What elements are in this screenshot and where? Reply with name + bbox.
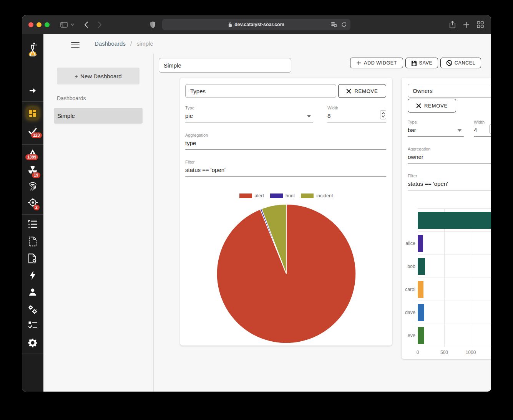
breadcrumb-current-page: simple	[136, 40, 153, 47]
new-dashboard-label: New Dashboard	[80, 73, 122, 79]
bar	[418, 281, 423, 298]
field-label: Filter	[185, 160, 386, 165]
svg-text:A: A	[332, 23, 334, 25]
dashboards-panel: +New Dashboard Dashboards Simple	[43, 54, 154, 392]
widget-filter-input[interactable]: Filter status == 'open'	[185, 160, 386, 177]
forward-button[interactable]	[98, 21, 102, 28]
new-dashboard-button[interactable]: +New Dashboard	[57, 68, 139, 84]
tab-overview-icon[interactable]	[477, 21, 484, 28]
field-value: type	[185, 139, 386, 147]
number-stepper-icon[interactable]	[380, 110, 386, 119]
widget-width-input[interactable]: Width 4	[474, 120, 491, 137]
sidebar-item-alerts[interactable]: 1399	[22, 149, 43, 158]
dashboards-icon	[26, 107, 39, 120]
x-tick-label: 0	[417, 350, 419, 355]
sidebar-item-settings[interactable]	[22, 337, 43, 348]
share-page-icon[interactable]	[449, 21, 456, 29]
pie-legend: alerthuntincident	[180, 193, 392, 198]
minimize-window-button[interactable]	[37, 22, 42, 27]
bar-row-carol: carol	[418, 278, 491, 301]
widget-aggregation-input[interactable]: Aggregation type	[185, 133, 386, 150]
menu-toggle-icon[interactable]	[71, 41, 80, 49]
field-value: status == 'open'	[408, 180, 491, 188]
chevron-down-icon[interactable]	[71, 23, 74, 26]
legend-item-incident: incident	[301, 193, 333, 198]
field-value: owner	[408, 153, 491, 161]
hunts-badge: 19	[32, 172, 40, 178]
sidebar-item-rules[interactable]	[22, 321, 43, 329]
plus-icon	[356, 60, 362, 66]
remove-widget-button[interactable]: REMOVE	[408, 99, 456, 112]
bar-category-label	[399, 209, 415, 231]
bar-row-alice: alice	[418, 232, 491, 255]
sidebar-item-users[interactable]	[22, 288, 43, 297]
sidebar-item-targets[interactable]: 2	[22, 197, 43, 208]
browser-toolbar: dev.catalyst-soar.com A★	[22, 15, 491, 34]
legend-item-hunt: hunt	[270, 193, 295, 198]
legend-item-alert: alert	[239, 193, 264, 198]
dashboard-title-input[interactable]	[159, 58, 291, 73]
bar-category-label: bob	[399, 255, 415, 278]
bar-category-label: eve	[399, 324, 415, 347]
avatar[interactable]	[491, 38, 491, 51]
breadcrumb-separator: /	[130, 40, 132, 47]
dashboard-list-item-simple[interactable]: Simple	[54, 108, 143, 124]
remove-widget-button[interactable]: REMOVE	[338, 84, 386, 98]
legend-swatch	[239, 193, 252, 198]
sidebar-item-fingerprint[interactable]	[22, 181, 43, 191]
translate-icon[interactable]: A★	[331, 22, 337, 27]
widget-filter-input[interactable]: Filter status == 'open'	[408, 174, 491, 190]
bar	[418, 258, 425, 275]
sidebar-item-automations[interactable]	[22, 270, 43, 280]
svg-text:★: ★	[334, 24, 337, 26]
legend-swatch	[301, 193, 314, 198]
remove-label: REMOVE	[424, 103, 448, 109]
back-button[interactable]	[84, 21, 88, 28]
add-widget-button[interactable]: ADD WIDGET	[350, 58, 403, 68]
breadcrumb-dashboards[interactable]: Dashboards	[95, 40, 126, 47]
close-window-button[interactable]	[28, 22, 33, 27]
catalyst-logo-flask-icon[interactable]	[22, 42, 43, 57]
widget-width-input[interactable]: Width 8	[327, 106, 386, 122]
cancel-button[interactable]: CANCEL	[440, 58, 481, 68]
reload-icon[interactable]	[341, 22, 347, 27]
app-sidebar: 123 1399 19 2	[22, 34, 43, 392]
bar-plot: alicebobcaroldaveeve	[418, 209, 491, 347]
widget-type-select[interactable]: Type pie	[185, 106, 313, 122]
field-label: Type	[408, 120, 464, 125]
sidebar-item-tasks[interactable]: 123	[22, 126, 43, 136]
widget-aggregation-input[interactable]: Aggregation owner	[408, 147, 491, 164]
sidebar-item-dashboards[interactable]	[22, 107, 43, 120]
widget-type-select[interactable]: Type bar	[408, 120, 464, 137]
new-tab-icon[interactable]	[463, 21, 470, 28]
app-topbar: Dashboards / simple	[43, 34, 491, 54]
dashboards-section-label: Dashboards	[57, 95, 86, 101]
sidebar-item-hunts[interactable]: 19	[22, 165, 43, 175]
cancel-label: CANCEL	[455, 60, 475, 66]
legend-label: alert	[255, 193, 264, 198]
privacy-shield-icon[interactable]	[150, 21, 156, 28]
zoom-window-button[interactable]	[45, 22, 50, 27]
sidebar-item-list[interactable]	[22, 220, 43, 228]
arrow-right-icon[interactable]	[22, 86, 43, 95]
sidebar-item-templates[interactable]	[22, 236, 43, 246]
widget-name-input[interactable]	[408, 84, 491, 98]
sidebar-item-file-settings[interactable]	[22, 253, 43, 263]
field-value: pie	[185, 112, 313, 120]
tasks-badge: 123	[31, 132, 42, 138]
widget-name-input[interactable]	[185, 84, 336, 98]
plus-icon: +	[75, 73, 78, 79]
sidebar-toggle-icon[interactable]	[60, 22, 68, 28]
save-button[interactable]: SAVE	[405, 58, 438, 68]
bar-row-dave: dave	[418, 301, 491, 324]
sidebar-item-jobs[interactable]	[22, 304, 43, 315]
field-value: 4	[474, 126, 491, 134]
address-bar[interactable]: dev.catalyst-soar.com A★	[162, 19, 350, 30]
x-tick-label: 500	[440, 350, 448, 355]
dropdown-arrow-icon	[307, 115, 311, 117]
url-text: dev.catalyst-soar.com	[234, 22, 284, 27]
cancel-icon	[446, 60, 452, 66]
x-tick-label: 1000	[466, 350, 476, 355]
number-stepper-icon[interactable]	[489, 124, 491, 134]
alerts-badge: 1399	[25, 154, 38, 160]
